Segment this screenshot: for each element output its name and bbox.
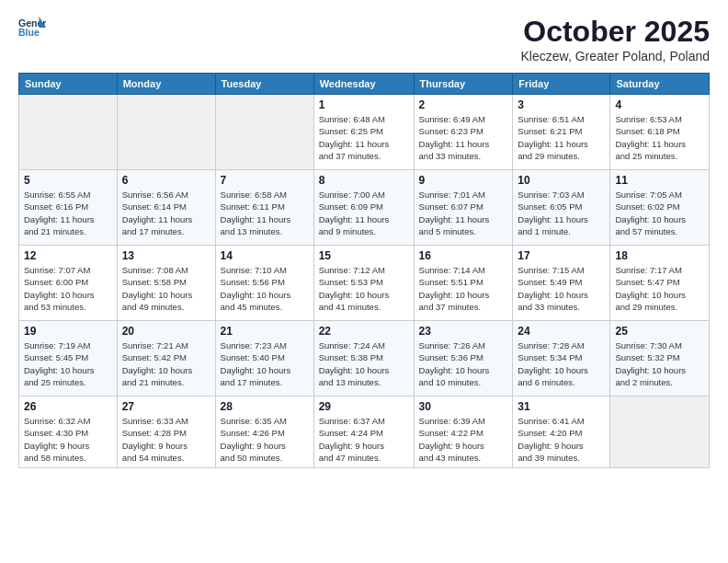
page-container: General Blue October 2025 Kleczew, Great… <box>0 0 728 477</box>
day-number: 30 <box>419 400 508 413</box>
header-wednesday: Wednesday <box>313 74 414 95</box>
day-number: 7 <box>221 174 309 187</box>
day-info: Sunrise: 6:41 AM Sunset: 4:20 PM Dayligh… <box>518 415 605 464</box>
table-row: 27Sunrise: 6:33 AM Sunset: 4:28 PM Dayli… <box>117 396 215 468</box>
table-row: 12Sunrise: 7:07 AM Sunset: 6:00 PM Dayli… <box>19 246 118 321</box>
day-number: 14 <box>221 249 309 262</box>
calendar-table: Sunday Monday Tuesday Wednesday Thursday… <box>18 73 710 468</box>
table-row: 3Sunrise: 6:51 AM Sunset: 6:21 PM Daylig… <box>513 95 610 170</box>
table-row: 29Sunrise: 6:37 AM Sunset: 4:24 PM Dayli… <box>313 396 414 468</box>
table-row <box>19 95 118 170</box>
table-row: 1Sunrise: 6:48 AM Sunset: 6:25 PM Daylig… <box>313 95 414 170</box>
table-row <box>610 396 710 468</box>
day-number: 29 <box>319 400 409 413</box>
day-info: Sunrise: 6:53 AM Sunset: 6:18 PM Dayligh… <box>615 113 704 162</box>
day-info: Sunrise: 6:48 AM Sunset: 6:25 PM Dayligh… <box>319 113 409 162</box>
day-number: 4 <box>615 98 704 111</box>
table-row: 26Sunrise: 6:32 AM Sunset: 4:30 PM Dayli… <box>19 396 118 468</box>
day-number: 6 <box>122 174 210 187</box>
day-number: 23 <box>419 325 508 338</box>
day-info: Sunrise: 7:24 AM Sunset: 5:38 PM Dayligh… <box>319 339 409 388</box>
day-number: 21 <box>221 325 309 338</box>
day-info: Sunrise: 7:15 AM Sunset: 5:49 PM Dayligh… <box>518 264 605 313</box>
day-info: Sunrise: 7:07 AM Sunset: 6:00 PM Dayligh… <box>24 264 112 313</box>
day-info: Sunrise: 6:32 AM Sunset: 4:30 PM Dayligh… <box>24 415 112 464</box>
table-row: 14Sunrise: 7:10 AM Sunset: 5:56 PM Dayli… <box>215 246 313 321</box>
table-row: 23Sunrise: 7:26 AM Sunset: 5:36 PM Dayli… <box>414 321 513 396</box>
day-info: Sunrise: 7:17 AM Sunset: 5:47 PM Dayligh… <box>615 264 704 313</box>
day-info: Sunrise: 6:49 AM Sunset: 6:23 PM Dayligh… <box>419 113 508 162</box>
day-info: Sunrise: 7:05 AM Sunset: 6:02 PM Dayligh… <box>615 189 704 237</box>
table-row: 28Sunrise: 6:35 AM Sunset: 4:26 PM Dayli… <box>215 396 313 468</box>
day-number: 15 <box>319 249 409 262</box>
day-info: Sunrise: 7:23 AM Sunset: 5:40 PM Dayligh… <box>221 339 309 388</box>
day-number: 9 <box>419 174 508 187</box>
day-info: Sunrise: 7:30 AM Sunset: 5:32 PM Dayligh… <box>615 339 704 388</box>
day-number: 16 <box>419 249 508 262</box>
day-info: Sunrise: 6:33 AM Sunset: 4:28 PM Dayligh… <box>122 415 210 464</box>
day-info: Sunrise: 6:55 AM Sunset: 6:16 PM Dayligh… <box>24 189 112 237</box>
day-info: Sunrise: 7:14 AM Sunset: 5:51 PM Dayligh… <box>419 264 508 313</box>
table-row: 19Sunrise: 7:19 AM Sunset: 5:45 PM Dayli… <box>19 321 118 396</box>
day-info: Sunrise: 7:19 AM Sunset: 5:45 PM Dayligh… <box>24 339 112 388</box>
day-number: 2 <box>419 98 508 111</box>
day-info: Sunrise: 7:08 AM Sunset: 5:58 PM Dayligh… <box>122 264 210 313</box>
table-row: 15Sunrise: 7:12 AM Sunset: 5:53 PM Dayli… <box>313 246 414 321</box>
day-number: 22 <box>319 325 409 338</box>
table-row: 25Sunrise: 7:30 AM Sunset: 5:32 PM Dayli… <box>610 321 710 396</box>
day-number: 8 <box>319 174 409 187</box>
header-sunday: Sunday <box>19 74 118 95</box>
table-row <box>215 95 313 170</box>
day-number: 11 <box>615 174 704 187</box>
day-number: 3 <box>518 98 605 111</box>
day-number: 26 <box>24 400 112 413</box>
logo-icon: General Blue <box>18 15 46 40</box>
day-info: Sunrise: 6:51 AM Sunset: 6:21 PM Dayligh… <box>518 113 605 162</box>
table-row: 8Sunrise: 7:00 AM Sunset: 6:09 PM Daylig… <box>313 170 414 246</box>
table-row: 18Sunrise: 7:17 AM Sunset: 5:47 PM Dayli… <box>610 246 710 321</box>
table-row: 4Sunrise: 6:53 AM Sunset: 6:18 PM Daylig… <box>610 95 710 170</box>
table-row: 13Sunrise: 7:08 AM Sunset: 5:58 PM Dayli… <box>117 246 215 321</box>
day-number: 24 <box>518 325 605 338</box>
location-subtitle: Kleczew, Greater Poland, Poland <box>521 49 710 63</box>
day-info: Sunrise: 7:12 AM Sunset: 5:53 PM Dayligh… <box>319 264 409 313</box>
day-number: 5 <box>24 174 112 187</box>
table-row <box>117 95 215 170</box>
table-row: 7Sunrise: 6:58 AM Sunset: 6:11 PM Daylig… <box>215 170 313 246</box>
table-row: 24Sunrise: 7:28 AM Sunset: 5:34 PM Dayli… <box>513 321 610 396</box>
day-number: 28 <box>221 400 309 413</box>
table-row: 10Sunrise: 7:03 AM Sunset: 6:05 PM Dayli… <box>513 170 610 246</box>
day-info: Sunrise: 6:35 AM Sunset: 4:26 PM Dayligh… <box>221 415 309 464</box>
title-block: October 2025 Kleczew, Greater Poland, Po… <box>521 15 710 63</box>
day-number: 19 <box>24 325 112 338</box>
day-info: Sunrise: 7:01 AM Sunset: 6:07 PM Dayligh… <box>419 189 508 237</box>
day-info: Sunrise: 7:26 AM Sunset: 5:36 PM Dayligh… <box>419 339 508 388</box>
table-row: 2Sunrise: 6:49 AM Sunset: 6:23 PM Daylig… <box>414 95 513 170</box>
table-row: 16Sunrise: 7:14 AM Sunset: 5:51 PM Dayli… <box>414 246 513 321</box>
table-row: 9Sunrise: 7:01 AM Sunset: 6:07 PM Daylig… <box>414 170 513 246</box>
day-info: Sunrise: 6:39 AM Sunset: 4:22 PM Dayligh… <box>419 415 508 464</box>
table-row: 20Sunrise: 7:21 AM Sunset: 5:42 PM Dayli… <box>117 321 215 396</box>
day-number: 18 <box>615 249 704 262</box>
day-number: 10 <box>518 174 605 187</box>
table-row: 31Sunrise: 6:41 AM Sunset: 4:20 PM Dayli… <box>513 396 610 468</box>
table-row: 6Sunrise: 6:56 AM Sunset: 6:14 PM Daylig… <box>117 170 215 246</box>
header-thursday: Thursday <box>414 74 513 95</box>
day-number: 20 <box>122 325 210 338</box>
table-row: 30Sunrise: 6:39 AM Sunset: 4:22 PM Dayli… <box>414 396 513 468</box>
day-number: 31 <box>518 400 605 413</box>
day-info: Sunrise: 7:10 AM Sunset: 5:56 PM Dayligh… <box>221 264 309 313</box>
calendar-header-row: Sunday Monday Tuesday Wednesday Thursday… <box>19 74 710 95</box>
day-info: Sunrise: 6:37 AM Sunset: 4:24 PM Dayligh… <box>319 415 409 464</box>
day-number: 12 <box>24 249 112 262</box>
table-row: 11Sunrise: 7:05 AM Sunset: 6:02 PM Dayli… <box>610 170 710 246</box>
header-saturday: Saturday <box>610 74 710 95</box>
day-number: 25 <box>615 325 704 338</box>
table-row: 21Sunrise: 7:23 AM Sunset: 5:40 PM Dayli… <box>215 321 313 396</box>
day-info: Sunrise: 6:56 AM Sunset: 6:14 PM Dayligh… <box>122 189 210 237</box>
svg-text:Blue: Blue <box>18 27 40 38</box>
header-friday: Friday <box>513 74 610 95</box>
day-info: Sunrise: 7:03 AM Sunset: 6:05 PM Dayligh… <box>518 189 605 237</box>
logo: General Blue <box>18 15 48 40</box>
day-info: Sunrise: 7:28 AM Sunset: 5:34 PM Dayligh… <box>518 339 605 388</box>
